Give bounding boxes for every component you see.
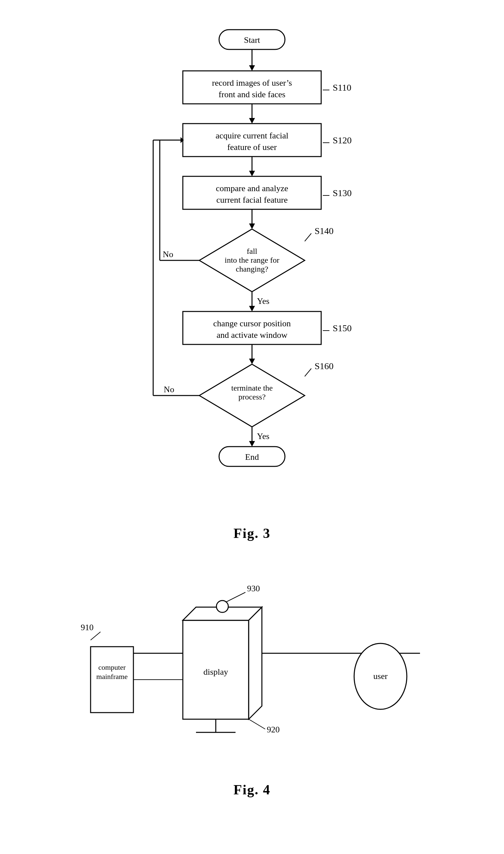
fig4-section: computer mainframe 910 display 920 [54, 581, 450, 817]
svg-text:No: No [164, 385, 174, 394]
svg-marker-45 [249, 359, 255, 364]
svg-text:930: 930 [247, 584, 260, 593]
svg-text:S130: S130 [333, 188, 352, 198]
svg-text:changing?: changing? [236, 265, 268, 273]
svg-text:S160: S160 [314, 361, 334, 371]
svg-marker-3 [249, 65, 255, 71]
svg-text:compare and analyze: compare and analyze [216, 184, 288, 193]
svg-text:process?: process? [238, 393, 266, 401]
svg-marker-56 [249, 441, 255, 447]
svg-marker-24 [249, 224, 255, 229]
svg-text:S150: S150 [333, 323, 352, 333]
fig3-section: Start record images of user’s front and … [104, 20, 400, 561]
svg-text:terminate the: terminate the [231, 384, 273, 392]
svg-text:change cursor position: change cursor position [213, 319, 290, 328]
svg-text:and activate window: and activate window [216, 330, 287, 340]
svg-text:Start: Start [244, 35, 260, 45]
svg-text:into the range for: into the range for [224, 256, 280, 264]
svg-text:user: user [373, 672, 388, 681]
svg-text:Yes: Yes [257, 296, 269, 306]
svg-point-73 [216, 600, 228, 612]
flowchart-container: Start record images of user’s front and … [120, 20, 384, 516]
fig4-label: Fig. 4 [54, 782, 450, 798]
svg-line-64 [91, 632, 101, 640]
svg-text:computer: computer [98, 663, 126, 672]
svg-marker-69 [249, 607, 262, 719]
svg-text:910: 910 [81, 623, 93, 632]
svg-text:Yes: Yes [257, 432, 269, 441]
page: Start record images of user’s front and … [0, 0, 504, 854]
svg-text:display: display [203, 667, 228, 677]
fig4-svg: computer mainframe 910 display 920 [71, 581, 433, 772]
svg-text:S110: S110 [333, 82, 352, 93]
svg-text:feature of user: feature of user [227, 142, 277, 152]
svg-text:current facial feature: current facial feature [216, 195, 288, 205]
flowchart-svg: Start record images of user’s front and … [120, 20, 384, 514]
svg-line-50 [305, 368, 311, 377]
svg-text:End: End [245, 452, 259, 462]
svg-line-30 [305, 233, 311, 241]
svg-marker-37 [249, 306, 255, 312]
svg-text:No: No [163, 249, 173, 259]
svg-line-74 [226, 592, 246, 602]
svg-text:S120: S120 [333, 135, 352, 145]
svg-marker-17 [249, 171, 255, 176]
svg-text:S140: S140 [314, 226, 334, 236]
svg-text:920: 920 [267, 725, 280, 734]
svg-marker-10 [249, 118, 255, 124]
svg-line-71 [249, 719, 265, 729]
svg-text:record images of user’s: record images of user’s [212, 78, 292, 88]
fig3-label: Fig. 3 [234, 525, 270, 541]
svg-text:acquire current facial: acquire current facial [216, 131, 289, 140]
svg-text:front and side faces: front and side faces [219, 90, 286, 99]
svg-text:fall: fall [247, 247, 257, 256]
svg-text:mainframe: mainframe [96, 673, 127, 681]
